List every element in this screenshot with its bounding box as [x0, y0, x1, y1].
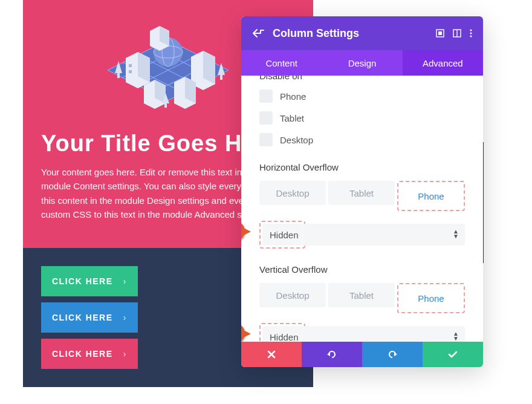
redo-button[interactable] [362, 342, 423, 367]
save-button[interactable] [423, 342, 483, 367]
chevron-right-icon: › [123, 349, 127, 359]
checkbox[interactable] [259, 133, 273, 146]
cta-label: CLICK HERE [52, 276, 113, 286]
disable-tablet-row[interactable]: Tablet [259, 111, 465, 125]
disable-phone-row[interactable]: Phone [259, 90, 465, 103]
svg-rect-28 [164, 103, 167, 108]
callout-tail [241, 329, 251, 339]
seg-tablet[interactable]: Tablet [328, 181, 395, 205]
highlight-box: Phone [397, 283, 465, 313]
cta-button-blue[interactable]: CLICK HERE › [41, 302, 138, 333]
overflow-select[interactable]: Hidden [262, 326, 302, 342]
panel-title: Column Settings [273, 27, 427, 40]
undo-button[interactable] [302, 342, 362, 367]
callout-2: 2 [241, 323, 257, 342]
chevron-right-icon: › [123, 313, 127, 322]
chevron-right-icon: › [123, 276, 127, 286]
svg-rect-14 [129, 70, 132, 73]
cta-label: CLICK HERE [52, 349, 113, 359]
horizontal-overflow-devices: Desktop Tablet Phone [259, 181, 465, 211]
checkbox-label: Desktop [280, 135, 313, 145]
expand-icon[interactable] [436, 29, 444, 37]
cta-label: CLICK HERE [52, 313, 113, 322]
more-icon[interactable] [470, 29, 472, 37]
vertical-overflow-select-row: 2 Hidden ▲▼ [259, 323, 465, 342]
svg-point-35 [470, 35, 472, 37]
tab-content[interactable]: Content [241, 50, 322, 76]
disable-desktop-row[interactable]: Desktop [259, 133, 465, 146]
seg-desktop[interactable]: Desktop [259, 283, 326, 307]
panel-tabs: Content Design Advanced [241, 50, 483, 76]
svg-rect-24 [117, 73, 120, 78]
seg-desktop[interactable]: Desktop [259, 181, 326, 205]
checkbox[interactable] [259, 111, 273, 125]
highlight-box: Hidden [259, 323, 305, 342]
highlight-box: Hidden [259, 221, 305, 249]
vertical-overflow-label: Vertical Overflow [259, 264, 465, 275]
seg-phone[interactable]: Phone [400, 286, 462, 310]
tab-advanced[interactable]: Advanced [403, 50, 483, 76]
columns-icon[interactable] [453, 29, 461, 37]
callout-tail [241, 227, 251, 236]
disable-on-label: Disable on [259, 76, 465, 81]
seg-phone[interactable]: Phone [400, 184, 462, 208]
svg-point-33 [470, 29, 472, 31]
svg-rect-13 [129, 64, 132, 67]
overflow-select[interactable]: Hidden [262, 224, 302, 246]
settings-panel: Column Settings Content Design Advanced … [241, 16, 483, 367]
vertical-overflow-devices: Desktop Tablet Phone [259, 283, 465, 313]
svg-rect-30 [438, 31, 442, 35]
cancel-button[interactable] [241, 342, 302, 367]
callout-1: 1 [241, 221, 257, 245]
tab-design[interactable]: Design [322, 50, 402, 76]
back-icon[interactable] [252, 28, 264, 38]
svg-rect-26 [220, 75, 222, 80]
svg-point-34 [470, 32, 472, 34]
checkbox-label: Phone [280, 91, 306, 102]
horizontal-overflow-label: Horizontal Overflow [259, 162, 465, 172]
cta-button-green[interactable]: CLICK HERE › [41, 266, 138, 296]
seg-tablet[interactable]: Tablet [328, 283, 395, 307]
panel-body: Disable on Phone Tablet Desktop Horizont… [241, 76, 483, 342]
checkbox[interactable] [259, 90, 273, 103]
panel-header: Column Settings [241, 16, 483, 50]
horizontal-overflow-select-row: 1 Hidden ▲▼ [259, 221, 465, 249]
panel-footer [241, 342, 483, 367]
checkbox-label: Tablet [280, 113, 304, 123]
highlight-box: Phone [397, 181, 465, 211]
cta-button-red[interactable]: CLICK HERE › [41, 339, 138, 369]
